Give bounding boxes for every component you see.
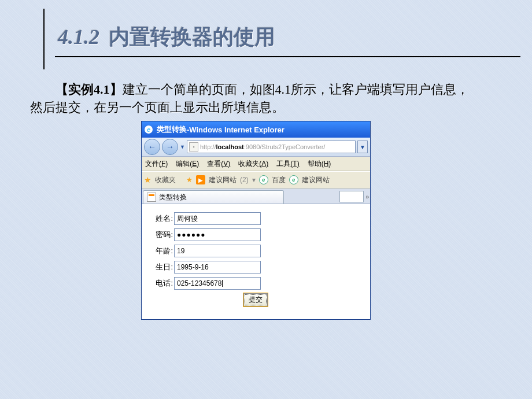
- body-paragraph: 【实例4.1】建立一个简单的页面，如图4.1所示，让客户端填写用户信息， 然后提…: [30, 81, 497, 117]
- favorites-bar: ★ 收藏夹 ★ ▶ 建议网站 (2) ▾ e 百度 e 建议网站: [142, 171, 370, 189]
- page-icon: ▪: [189, 142, 198, 152]
- baidu-link[interactable]: 百度: [272, 175, 286, 185]
- page-content: 姓名: 周何骏 密码: ●●●●●● 年龄: 19 生日: 1995-9-16 …: [142, 204, 370, 315]
- menu-view[interactable]: 查看(V): [207, 159, 230, 169]
- ie-small-icon-2: e: [289, 175, 298, 184]
- tab-current[interactable]: 类型转换: [143, 190, 284, 204]
- address-dropdown-button[interactable]: ▼: [357, 141, 368, 153]
- favorites-label: 收藏夹: [155, 175, 176, 185]
- menu-tools[interactable]: 工具(T): [276, 159, 299, 169]
- suggested-sites-link[interactable]: 建议网站: [209, 175, 237, 185]
- birthday-label: 生日:: [150, 262, 174, 272]
- tab-tools-box[interactable]: [339, 191, 364, 202]
- suggested-count: (2): [240, 176, 249, 184]
- tab-title: 类型转换: [159, 193, 187, 202]
- tab-page-icon: [147, 193, 156, 202]
- menu-help[interactable]: 帮助(H): [308, 159, 331, 169]
- row-age: 年龄: 19: [150, 245, 362, 257]
- dropdown-arrow-icon[interactable]: ▾: [252, 176, 256, 184]
- phone-input[interactable]: 025-12345678: [174, 277, 261, 290]
- favorites-star-icon[interactable]: ★: [144, 175, 152, 184]
- window-title-bar: 类型转换 - Windows Internet Explorer: [142, 121, 370, 138]
- name-input[interactable]: 周何骏: [174, 212, 261, 225]
- row-name: 姓名: 周何骏: [150, 212, 362, 225]
- add-favorite-star-icon[interactable]: ★: [186, 176, 193, 184]
- menu-file[interactable]: 文件(F): [145, 159, 168, 169]
- birthday-input[interactable]: 1995-9-16: [174, 261, 261, 274]
- back-button[interactable]: ←: [144, 139, 160, 155]
- age-label: 年龄:: [150, 246, 174, 256]
- ie-logo-icon: [145, 125, 154, 134]
- menu-favorites[interactable]: 收藏夹(A): [238, 159, 268, 169]
- password-input[interactable]: ●●●●●●: [174, 228, 261, 241]
- example-label: 【实例4.1】: [56, 82, 123, 97]
- age-input[interactable]: 19: [174, 245, 261, 257]
- row-password: 密码: ●●●●●●: [150, 228, 362, 241]
- address-url: http://localhost:9080/Struts2TypeConvert…: [200, 143, 353, 150]
- navigation-bar: ← → ▼ ▪ http://localhost:9080/Struts2Typ…: [142, 138, 370, 157]
- menu-bar: 文件(F) 编辑(E) 查看(V) 收藏夹(A) 工具(T) 帮助(H): [142, 157, 370, 171]
- submit-button[interactable]: 提交: [243, 293, 268, 306]
- name-label: 姓名:: [150, 213, 174, 224]
- window-title-prefix: 类型转换: [157, 124, 187, 135]
- heading-text: 内置转换器的使用: [109, 25, 275, 49]
- nav-dropdown-arrow[interactable]: ▼: [180, 144, 185, 150]
- row-birthday: 生日: 1995-9-16: [150, 261, 362, 274]
- address-bar[interactable]: ▪ http://localhost:9080/Struts2TypeConve…: [187, 141, 356, 153]
- row-phone: 电话: 025-12345678: [150, 277, 362, 290]
- slide-heading: 4.1.2 内置转换器的使用: [55, 23, 520, 57]
- bing-icon[interactable]: ▶: [196, 175, 205, 184]
- heading-number: 4.1.2: [58, 25, 99, 49]
- phone-label: 电话:: [150, 278, 174, 289]
- heading-vertical-rule: [43, 9, 45, 69]
- suggested-sites-link-2[interactable]: 建议网站: [302, 175, 330, 185]
- tab-bar: 类型转换 »: [142, 189, 370, 204]
- ie-small-icon: e: [259, 175, 268, 184]
- paragraph-line-2: 然后提交，在另一个页面上显示出所填信息。: [30, 100, 285, 114]
- menu-edit[interactable]: 编辑(E): [176, 159, 199, 169]
- paragraph-line-1: 建立一个简单的页面，如图4.1所示，让客户端填写用户信息，: [123, 82, 470, 97]
- browser-window: 类型转换 - Windows Internet Explorer ← → ▼ ▪…: [141, 121, 371, 320]
- password-label: 密码:: [150, 230, 174, 240]
- forward-button[interactable]: →: [162, 139, 178, 155]
- tab-tools-chevron-icon[interactable]: »: [365, 194, 369, 200]
- window-title-app: Windows Internet Explorer: [189, 125, 285, 134]
